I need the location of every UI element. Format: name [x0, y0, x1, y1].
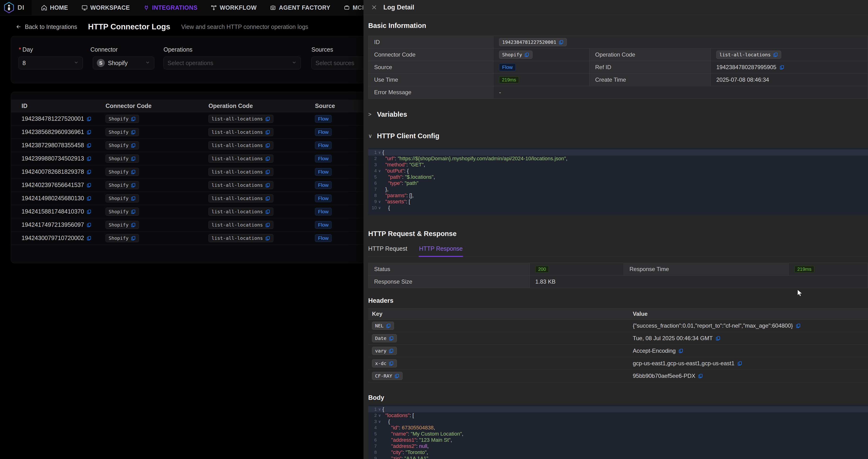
- http-request-response-heading: HTTP Request & Response: [368, 230, 868, 238]
- copy-icon[interactable]: [131, 183, 136, 188]
- copy-icon[interactable]: [131, 209, 136, 214]
- copy-icon[interactable]: [265, 209, 270, 214]
- fold-spacer: [377, 425, 382, 431]
- page-title: HTTP Connector Logs: [88, 22, 170, 31]
- copy-icon[interactable]: [131, 222, 136, 227]
- header-key-chip: x-dc: [372, 359, 397, 367]
- code-text: "locations": [: [382, 412, 414, 419]
- copy-icon[interactable]: [779, 65, 784, 70]
- copy-icon[interactable]: [131, 236, 136, 241]
- http-client-config-toggle[interactable]: ∨ HTTP Client Config: [368, 132, 868, 140]
- copy-icon[interactable]: [524, 52, 529, 57]
- copy-icon[interactable]: [796, 323, 801, 328]
- operation-code-cell: list-all-locations: [209, 194, 315, 203]
- operation-code-chip: list-all-locations: [209, 234, 273, 242]
- log-id-text: 1942402397656641537: [22, 182, 84, 188]
- tab-http-request[interactable]: HTTP Request: [368, 245, 407, 256]
- code-text: "address2": null,: [382, 443, 429, 449]
- nav-item-workflow[interactable]: WORKFLOW: [211, 4, 256, 11]
- copy-icon[interactable]: [265, 169, 270, 175]
- tab-http-response[interactable]: HTTP Response: [419, 245, 463, 256]
- copy-id-icon[interactable]: [86, 196, 92, 201]
- chip-text: CF-RAY: [375, 373, 392, 379]
- fold-spacer: [377, 162, 382, 168]
- copy-icon[interactable]: [131, 129, 136, 135]
- copy-id-icon[interactable]: [86, 169, 92, 175]
- response-time-value-cell: 219ms: [789, 263, 868, 276]
- copy-icon[interactable]: [715, 336, 720, 341]
- copy-id-icon[interactable]: [86, 209, 92, 214]
- flow-badge: Flow: [315, 194, 332, 202]
- operation-code-chip: list-all-locations: [209, 194, 273, 203]
- copy-icon[interactable]: [131, 116, 136, 121]
- copy-icon[interactable]: [265, 156, 270, 161]
- copy-icon[interactable]: [131, 143, 136, 148]
- nav-item-agent-factory[interactable]: AGENT FACTORY: [270, 4, 330, 11]
- header-key-cell: vary: [372, 347, 633, 355]
- copy-id-icon[interactable]: [86, 236, 92, 241]
- nav-item-integrations[interactable]: INTEGRATIONS: [143, 4, 197, 11]
- back-to-integrations-link[interactable]: Back to Integrations: [16, 24, 77, 30]
- copy-icon[interactable]: [131, 196, 136, 201]
- fold-spacer: [377, 180, 382, 186]
- copy-icon[interactable]: [265, 116, 270, 121]
- app-logo[interactable]: DI: [0, 0, 31, 15]
- log-id-cell: 1942400782681829378: [22, 168, 105, 175]
- copy-icon[interactable]: [558, 39, 564, 45]
- copy-icon[interactable]: [265, 236, 270, 241]
- copy-icon[interactable]: [394, 373, 399, 378]
- chip-text: Shopify: [108, 169, 128, 175]
- fold-chevron-icon[interactable]: ∨: [377, 198, 382, 205]
- reqres-tabs: HTTP Request HTTP Response: [368, 245, 868, 256]
- day-select[interactable]: 8: [19, 57, 83, 69]
- connector-select[interactable]: S Shopify: [93, 57, 154, 69]
- copy-icon[interactable]: [265, 222, 270, 227]
- fold-chevron-icon[interactable]: ∨: [377, 412, 382, 419]
- operation-code-cell: list-all-locations: [209, 208, 315, 216]
- fold-chevron-icon[interactable]: ∨: [377, 419, 382, 425]
- log-id-cell: 1942414980245680130: [22, 195, 105, 202]
- code-line: 3∨ {: [368, 419, 868, 425]
- copy-icon[interactable]: [386, 323, 391, 328]
- copy-icon[interactable]: [131, 169, 136, 175]
- copy-icon[interactable]: [131, 156, 136, 161]
- copy-icon[interactable]: [389, 348, 394, 354]
- copy-id-icon[interactable]: [86, 183, 92, 188]
- copy-icon[interactable]: [265, 196, 270, 201]
- nav-item-mcp[interactable]: MCP: [344, 4, 366, 11]
- variables-section-toggle[interactable]: > Variables: [368, 111, 868, 118]
- fold-chevron-icon[interactable]: ∨: [377, 406, 382, 412]
- close-panel-button[interactable]: [371, 4, 377, 10]
- copy-id-icon[interactable]: [86, 222, 92, 227]
- fold-chevron-icon[interactable]: ∨: [377, 205, 382, 211]
- copy-icon[interactable]: [737, 361, 742, 366]
- error-message-value: -: [493, 86, 868, 99]
- copy-icon[interactable]: [389, 336, 394, 341]
- logs-column-header: Operation Code: [209, 102, 315, 110]
- copy-icon[interactable]: [265, 183, 270, 188]
- nav-item-workspace[interactable]: WORKSPACE: [82, 4, 130, 11]
- fold-chevron-icon[interactable]: ∨: [377, 168, 382, 174]
- copy-id-icon[interactable]: [86, 116, 92, 121]
- operations-select[interactable]: Select operations: [163, 57, 301, 69]
- copy-icon[interactable]: [773, 52, 778, 57]
- copy-icon[interactable]: [265, 129, 270, 135]
- logo-hexagon-icon: [4, 2, 14, 13]
- operations-placeholder: Select operations: [167, 60, 213, 66]
- line-number: 1: [368, 149, 377, 155]
- copy-icon[interactable]: [265, 143, 270, 148]
- connector-code-chip: Shopify: [105, 128, 139, 136]
- copy-icon[interactable]: [678, 348, 683, 354]
- nav-item-home[interactable]: HOME: [41, 4, 68, 11]
- copy-id-icon[interactable]: [86, 129, 92, 135]
- operation-code-chip: list-all-locations: [209, 221, 273, 229]
- close-icon: [371, 4, 377, 10]
- copy-id-icon[interactable]: [86, 143, 92, 148]
- copy-id-icon[interactable]: [86, 156, 92, 161]
- line-number: 7: [368, 186, 377, 192]
- copy-icon[interactable]: [698, 373, 703, 378]
- flow-badge: Flow: [315, 142, 332, 149]
- copy-icon[interactable]: [389, 361, 394, 366]
- header-key-cell: x-dc: [372, 359, 633, 367]
- fold-chevron-icon[interactable]: ∨: [377, 149, 382, 155]
